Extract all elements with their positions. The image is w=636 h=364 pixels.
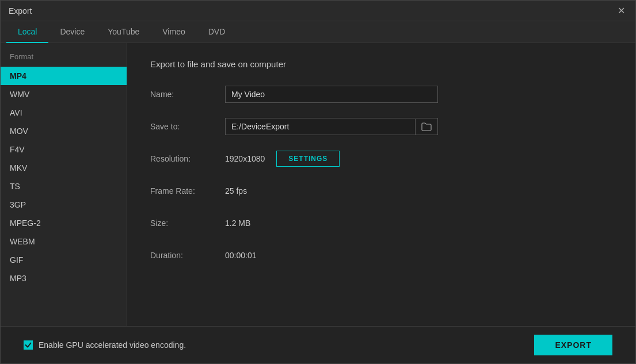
settings-button[interactable]: SETTINGS <box>276 151 340 167</box>
save-to-input[interactable] <box>226 118 415 135</box>
sidebar-item-mkv[interactable]: MKV <box>1 159 127 177</box>
size-row: Size: 1.2 MB <box>150 214 612 232</box>
name-input[interactable] <box>225 86 438 103</box>
dialog-title: Export <box>9 6 32 16</box>
size-value: 1.2 MB <box>225 219 250 228</box>
sidebar-item-ts[interactable]: TS <box>1 177 127 196</box>
resolution-label: Resolution: <box>150 154 225 163</box>
browse-folder-button[interactable] <box>415 119 437 135</box>
close-button[interactable]: ✕ <box>615 5 627 17</box>
resolution-row: Resolution: 1920x1080 SETTINGS <box>150 150 612 168</box>
tab-device[interactable]: Device <box>48 21 96 43</box>
sidebar-title: Format <box>1 52 127 67</box>
sidebar-item-webm[interactable]: WEBM <box>1 232 127 251</box>
gpu-encoding-label[interactable]: Enable GPU accelerated video encoding. <box>24 340 186 350</box>
resolution-value: 1920x1080 <box>225 154 265 163</box>
main-panel: Export to file and save on computer Name… <box>127 43 635 326</box>
tab-vimeo[interactable]: Vimeo <box>151 21 196 43</box>
tab-bar: Local Device YouTube Vimeo DVD <box>1 21 635 43</box>
format-sidebar: Format MP4 WMV AVI MOV F4V MKV TS 3GP MP… <box>1 43 127 326</box>
tab-dvd[interactable]: DVD <box>197 21 237 43</box>
frame-rate-label: Frame Rate: <box>150 186 225 196</box>
save-to-row: Save to: <box>150 117 612 136</box>
tab-local[interactable]: Local <box>6 21 48 43</box>
duration-value: 00:00:01 <box>225 251 257 260</box>
tab-youtube[interactable]: YouTube <box>96 21 151 43</box>
duration-row: Duration: 00:00:01 <box>150 246 612 265</box>
export-button[interactable]: EXPORT <box>534 335 612 355</box>
sidebar-item-mp3[interactable]: MP3 <box>1 269 127 288</box>
sidebar-item-mov[interactable]: MOV <box>1 122 127 140</box>
sidebar-item-f4v[interactable]: F4V <box>1 140 127 159</box>
resolution-controls: 1920x1080 SETTINGS <box>225 151 340 167</box>
export-dialog: Export ✕ Local Device YouTube Vimeo DVD … <box>0 0 636 364</box>
sidebar-item-mpeg2[interactable]: MPEG-2 <box>1 214 127 232</box>
sidebar-item-wmv[interactable]: WMV <box>1 85 127 104</box>
gpu-checkbox[interactable] <box>24 340 33 350</box>
frame-rate-row: Frame Rate: 25 fps <box>150 182 612 200</box>
gpu-label-text: Enable GPU accelerated video encoding. <box>39 340 186 350</box>
sidebar-item-mp4[interactable]: MP4 <box>1 67 127 85</box>
name-label: Name: <box>150 90 225 99</box>
name-row: Name: <box>150 85 612 104</box>
content-area: Format MP4 WMV AVI MOV F4V MKV TS 3GP MP… <box>1 43 635 326</box>
size-label: Size: <box>150 219 225 228</box>
frame-rate-value: 25 fps <box>225 186 247 196</box>
main-subtitle: Export to file and save on computer <box>150 59 612 69</box>
duration-label: Duration: <box>150 251 225 260</box>
sidebar-item-3gp[interactable]: 3GP <box>1 196 127 214</box>
sidebar-item-avi[interactable]: AVI <box>1 104 127 122</box>
title-bar: Export ✕ <box>1 1 635 21</box>
save-to-wrapper <box>225 118 438 135</box>
sidebar-item-gif[interactable]: GIF <box>1 251 127 269</box>
footer: Enable GPU accelerated video encoding. E… <box>1 326 635 363</box>
save-to-label: Save to: <box>150 122 225 131</box>
